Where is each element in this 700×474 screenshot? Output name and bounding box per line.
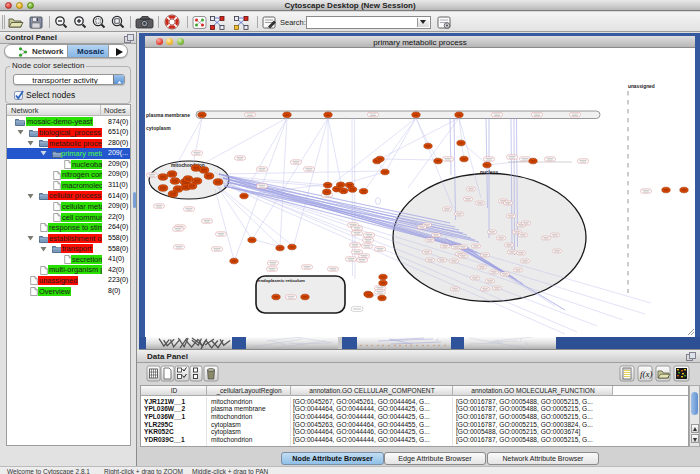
svg-text:endoplasmic reticulum: endoplasmic reticulum xyxy=(258,278,305,283)
svg-text:unassigned: unassigned xyxy=(628,84,655,89)
svg-text:plasma membrane: plasma membrane xyxy=(146,112,190,118)
svg-text:cytoplasm: cytoplasm xyxy=(146,125,171,131)
svg-text:f(x): f(x) xyxy=(640,369,653,379)
